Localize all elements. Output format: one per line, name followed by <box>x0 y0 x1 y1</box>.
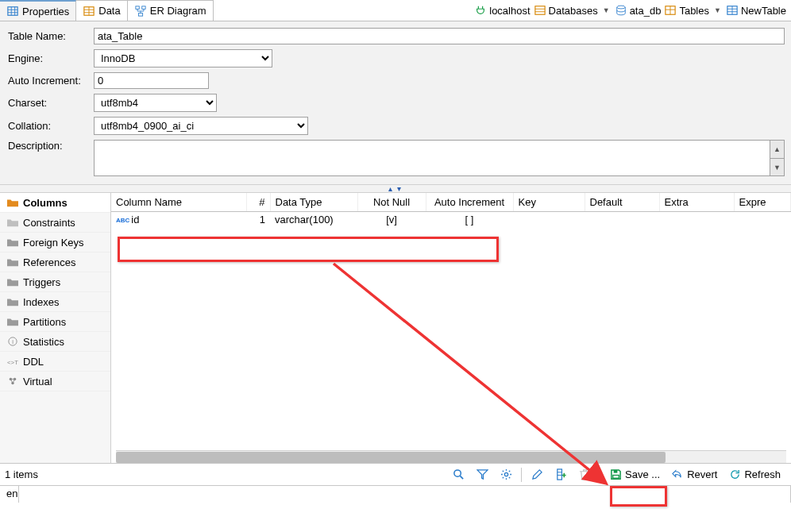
locale-cell[interactable]: en <box>0 486 19 503</box>
cat-partitions[interactable]: Partitions <box>0 312 110 332</box>
cat-label: Foreign Keys <box>23 237 84 249</box>
col-header-extra[interactable]: Extra <box>659 193 734 212</box>
folder-icon <box>6 256 19 268</box>
tab-er-diagram[interactable]: ER Diagram <box>128 0 214 21</box>
settings-button[interactable] <box>494 466 518 484</box>
cat-indexes[interactable]: Indexes <box>0 292 110 312</box>
search-icon <box>452 468 465 481</box>
cell-key[interactable] <box>513 212 585 228</box>
svg-rect-36 <box>613 470 617 473</box>
grid-header-row: Column Name # Data Type Not Null Auto In… <box>111 193 791 212</box>
col-header-datatype[interactable]: Data Type <box>270 193 357 212</box>
chevron-down-icon[interactable]: ▼ <box>601 6 612 14</box>
col-header-name[interactable]: Column Name <box>111 193 246 212</box>
search-button[interactable] <box>446 466 470 484</box>
refresh-button[interactable]: Refresh <box>723 466 786 484</box>
chevron-down-icon[interactable]: ▼ <box>712 6 723 14</box>
diagram-icon <box>134 5 147 17</box>
cat-constraints[interactable]: Constraints <box>0 213 110 233</box>
folder-icon <box>6 315 19 328</box>
breadcrumb-database[interactable]: ata_db <box>615 4 662 17</box>
textarea-description[interactable] <box>94 140 770 176</box>
cat-columns[interactable]: Columns <box>0 193 110 213</box>
col-header-key[interactable]: Key <box>513 193 585 212</box>
spinner-up-icon[interactable]: ▲ <box>770 140 785 158</box>
add-column-button[interactable] <box>549 466 573 484</box>
label-description: Description: <box>8 140 94 152</box>
select-engine[interactable]: InnoDB <box>94 49 272 67</box>
button-label: Revert <box>687 468 717 480</box>
breadcrumb-connection[interactable]: localhost <box>474 4 530 17</box>
cat-references[interactable]: References <box>0 253 110 272</box>
save-icon <box>609 468 622 481</box>
category-list: Columns Constraints Foreign Keys Referen… <box>0 193 111 463</box>
columns-grid-wrap: Column Name # Data Type Not Null Auto In… <box>111 193 791 463</box>
table-row[interactable]: ABCid 1 varchar(100) [v] [ ] <box>111 212 791 228</box>
input-table-name[interactable] <box>94 28 785 44</box>
select-collation[interactable]: utf8mb4_0900_ai_ci <box>94 117 308 135</box>
cat-label: Triggers <box>23 276 60 288</box>
breadcrumb-tables[interactable]: Tables <box>664 4 709 17</box>
cat-label: Virtual <box>23 376 52 387</box>
svg-rect-11 <box>138 13 142 16</box>
breadcrumb: localhost Databases ▼ ata_db Tables ▼ <box>474 4 791 17</box>
refresh-icon <box>728 468 741 481</box>
svg-rect-0 <box>8 7 17 16</box>
grid-horizontal-scrollbar[interactable] <box>116 450 786 463</box>
select-charset[interactable]: utf8mb4 <box>94 94 217 112</box>
breadcrumb-label: Databases <box>549 5 598 17</box>
breadcrumb-table[interactable]: NewTable <box>726 4 786 17</box>
save-button[interactable]: Save ... <box>604 466 666 484</box>
cat-statistics[interactable]: i Statistics <box>0 332 110 352</box>
spinner-down-icon[interactable]: ▼ <box>770 158 785 176</box>
cat-virtual[interactable]: Virtual <box>0 372 110 391</box>
col-header-expression[interactable]: Expre <box>734 193 791 212</box>
input-auto-increment[interactable] <box>94 72 209 89</box>
breadcrumb-databases[interactable]: Databases <box>534 4 598 17</box>
table-icon <box>726 4 739 17</box>
col-header-number[interactable]: # <box>246 193 270 212</box>
cell-datatype[interactable]: varchar(100) <box>270 212 357 228</box>
cell-extra[interactable] <box>659 212 734 228</box>
cell-expr[interactable] <box>734 212 791 228</box>
label-engine: Engine: <box>8 52 94 64</box>
cat-label: Constraints <box>23 217 75 229</box>
svg-point-15 <box>616 6 625 9</box>
horizontal-splitter[interactable]: ▴ ▾ <box>0 185 791 193</box>
tab-properties[interactable]: Properties <box>0 0 76 21</box>
bottom-strip: en <box>0 485 791 503</box>
delete-button[interactable] <box>573 466 596 484</box>
cell-column-name[interactable]: ABCid <box>111 212 246 228</box>
status-cell <box>19 486 791 503</box>
revert-icon <box>671 468 684 481</box>
col-header-notnull[interactable]: Not Null <box>357 193 426 212</box>
cell-default[interactable] <box>585 212 659 228</box>
columns-grid[interactable]: Column Name # Data Type Not Null Auto In… <box>111 193 791 227</box>
label-table-name: Table Name: <box>8 30 94 42</box>
lower-panel: Columns Constraints Foreign Keys Referen… <box>0 193 791 463</box>
svg-rect-12 <box>534 6 544 15</box>
toolbar-divider <box>521 468 522 482</box>
tables-icon <box>664 4 677 17</box>
filter-button[interactable] <box>470 466 494 484</box>
folder-icon <box>6 216 19 229</box>
top-bar: Properties Data ER Diagram localhost <box>0 0 791 21</box>
edit-button[interactable] <box>525 466 549 484</box>
col-header-autoinc[interactable]: Auto Increment <box>426 193 513 212</box>
revert-button[interactable]: Revert <box>666 466 723 484</box>
label-collation: Collation: <box>8 120 94 132</box>
cat-triggers[interactable]: Triggers <box>0 272 110 292</box>
cat-ddl[interactable]: <>T DDL <box>0 352 110 372</box>
tab-data[interactable]: Data <box>76 0 127 21</box>
folder-icon <box>6 236 19 249</box>
folder-icon <box>6 196 19 209</box>
virtual-icon <box>6 375 19 387</box>
cell-notnull[interactable]: [v] <box>357 212 426 228</box>
cell-autoinc[interactable]: [ ] <box>426 212 513 228</box>
cat-label: Columns <box>23 197 68 209</box>
cat-label: Statistics <box>23 336 64 348</box>
cat-foreign-keys[interactable]: Foreign Keys <box>0 233 110 253</box>
cell-number[interactable]: 1 <box>246 212 270 228</box>
scrollbar-thumb[interactable] <box>116 452 666 463</box>
col-header-default[interactable]: Default <box>585 193 659 212</box>
